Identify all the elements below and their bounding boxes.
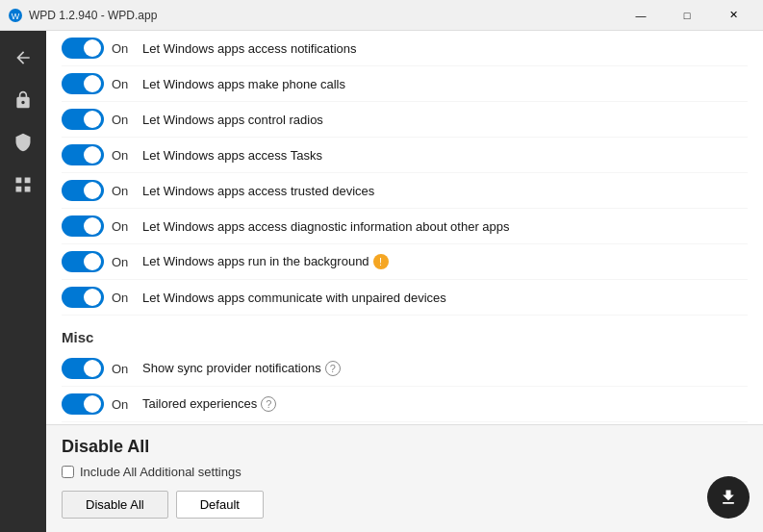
settings-row: OnShow sync provider notifications? [62,351,748,387]
toggle-sync-provider[interactable] [62,358,104,379]
settings-row: OnTailored experiences? [62,387,748,422]
toggle-phone-calls[interactable] [62,73,104,94]
include-all-checkbox[interactable] [62,466,74,478]
setting-text-radios: Let Windows apps control radios [142,113,748,127]
title-bar: W WPD 1.2.940 - WPD.app — □ ✕ [0,0,763,31]
settings-row: OnLet Windows apps access diagnostic inf… [62,209,748,244]
close-button[interactable]: ✕ [711,0,755,31]
toggle-label-diagnostic: On [112,219,135,234]
sidebar [0,31,46,532]
app-icon: W [8,8,23,23]
toggle-background[interactable] [62,251,104,272]
settings-row: OnLet Windows apps access notifications [62,31,748,66]
lock-icon [13,90,33,110]
toggle-label-phone-calls: On [112,77,135,91]
settings-row: OnLet Windows apps access trusted device… [62,173,748,209]
settings-row: OnLet Windows apps access Tasks [62,138,748,173]
download-icon [719,488,738,507]
disable-all-title: Disable All [62,437,748,457]
toggle-label-tasks: On [112,148,135,163]
settings-row: OnLet Windows apps run in the background… [62,244,748,280]
toggle-label-sync-provider: On [112,362,135,376]
default-button[interactable]: Default [176,491,264,519]
setting-text-tasks: Let Windows apps access Tasks [142,148,748,163]
misc-section-header: Misc [62,316,748,351]
toggle-label-notifications: On [112,41,135,56]
info-icon[interactable]: ? [325,361,341,376]
shield-icon [13,133,33,152]
sidebar-item-lock[interactable] [4,81,42,119]
setting-text-notifications: Let Windows apps access notifications [142,41,748,56]
disable-all-button[interactable]: Disable All [62,491,168,519]
toggle-notifications[interactable] [62,38,104,59]
toggle-label-background: On [112,255,135,269]
toggle-radios[interactable] [62,109,104,130]
window-controls: — □ ✕ [619,0,755,31]
content-area: OnLet Windows apps access notificationsO… [46,31,763,532]
setting-text-trusted-devices: Let Windows apps access trusted devices [142,184,748,198]
toggle-tailored[interactable] [62,393,104,415]
include-all-label[interactable]: Include All Additional settings [80,465,242,479]
toggle-label-radios: On [112,113,135,127]
toggle-diagnostic[interactable] [62,215,104,237]
button-row: Disable All Default [62,491,748,519]
setting-text-phone-calls: Let Windows apps make phone calls [142,77,748,91]
toggle-tasks[interactable] [62,144,104,165]
sidebar-item-back[interactable] [4,38,42,77]
back-icon [13,48,33,67]
toggle-trusted-devices[interactable] [62,180,104,201]
sidebar-item-shield[interactable] [4,123,42,162]
setting-text-background: Let Windows apps run in the background! [142,254,748,269]
minimize-button[interactable]: — [619,0,663,31]
settings-row: OnLet Windows apps communicate with unpa… [62,280,748,316]
bottom-section: Disable All Include All Additional setti… [46,424,763,532]
settings-row: OnLet Windows apps control radios [62,102,748,138]
window-title: WPD 1.2.940 - WPD.app [29,9,157,22]
settings-scroll-area[interactable]: OnLet Windows apps access notificationsO… [46,31,763,424]
title-bar-left: W WPD 1.2.940 - WPD.app [8,8,157,23]
grid-icon [13,175,33,194]
toggle-label-trusted-devices: On [112,184,135,198]
setting-text-diagnostic: Let Windows apps access diagnostic infor… [142,219,748,234]
settings-row: OnLet Windows apps make phone calls [62,66,748,102]
warning-icon[interactable]: ! [373,254,389,269]
svg-text:W: W [12,12,20,21]
toggle-label-unpaired: On [112,291,135,305]
checkbox-row: Include All Additional settings [62,465,748,479]
main-layout: OnLet Windows apps access notificationsO… [0,31,763,532]
download-fab[interactable] [707,476,750,519]
toggle-unpaired[interactable] [62,287,104,308]
setting-text-sync-provider: Show sync provider notifications? [142,361,748,376]
info-icon[interactable]: ? [261,396,276,412]
maximize-button[interactable]: □ [665,0,709,31]
setting-text-tailored: Tailored experiences? [142,396,748,412]
setting-text-unpaired: Let Windows apps communicate with unpair… [142,291,748,305]
sidebar-item-grid[interactable] [4,165,42,204]
toggle-label-tailored: On [112,397,135,412]
